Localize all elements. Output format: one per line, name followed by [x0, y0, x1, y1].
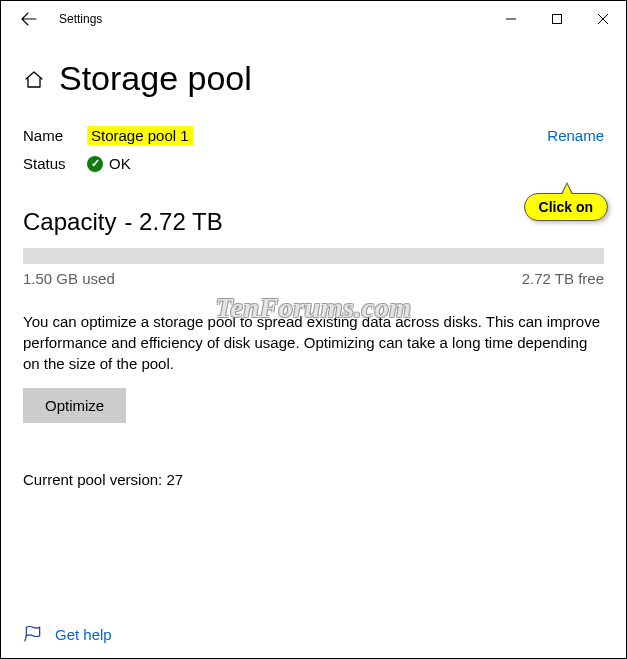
footer: Get help — [23, 624, 112, 644]
capacity-heading: Capacity - 2.72 TB — [23, 208, 604, 236]
optimize-description: You can optimize a storage pool to sprea… — [23, 311, 604, 374]
svg-rect-0 — [553, 15, 562, 24]
maximize-button[interactable] — [534, 1, 580, 37]
home-icon[interactable] — [23, 68, 45, 90]
pool-name-value: Storage pool 1 — [87, 126, 193, 145]
titlebar: Settings — [1, 1, 626, 37]
pool-version: Current pool version: 27 — [23, 471, 604, 488]
capacity-heading-prefix: Capacity — [23, 208, 116, 236]
name-row: Name Storage pool 1 Rename — [23, 126, 604, 145]
name-label: Name — [23, 127, 87, 144]
capacity-used: 1.50 GB used — [23, 270, 115, 287]
get-help-link[interactable]: Get help — [55, 626, 112, 643]
status-row: Status ✓ OK — [23, 155, 604, 172]
page-header: Storage pool — [23, 59, 604, 98]
status-label: Status — [23, 155, 87, 172]
minimize-button[interactable] — [488, 1, 534, 37]
close-button[interactable] — [580, 1, 626, 37]
capacity-bar — [23, 248, 604, 264]
optimize-button[interactable]: Optimize — [23, 388, 126, 423]
capacity-heading-value: - 2.72 TB — [124, 208, 222, 236]
status-value-wrap: ✓ OK — [87, 155, 131, 172]
close-icon — [598, 14, 608, 24]
window-controls — [488, 1, 626, 37]
back-arrow-icon — [20, 10, 38, 28]
capacity-labels: 1.50 GB used 2.72 TB free — [23, 270, 604, 287]
capacity-free: 2.72 TB free — [522, 270, 604, 287]
back-button[interactable] — [9, 1, 49, 37]
maximize-icon — [552, 14, 562, 24]
ok-check-icon: ✓ — [87, 156, 103, 172]
annotation-callout: Click on — [524, 193, 608, 221]
get-help-icon — [23, 624, 43, 644]
minimize-icon — [506, 14, 516, 24]
page-title: Storage pool — [59, 59, 252, 98]
status-value: OK — [109, 155, 131, 172]
rename-link[interactable]: Rename — [547, 127, 604, 144]
titlebar-title: Settings — [59, 12, 102, 26]
